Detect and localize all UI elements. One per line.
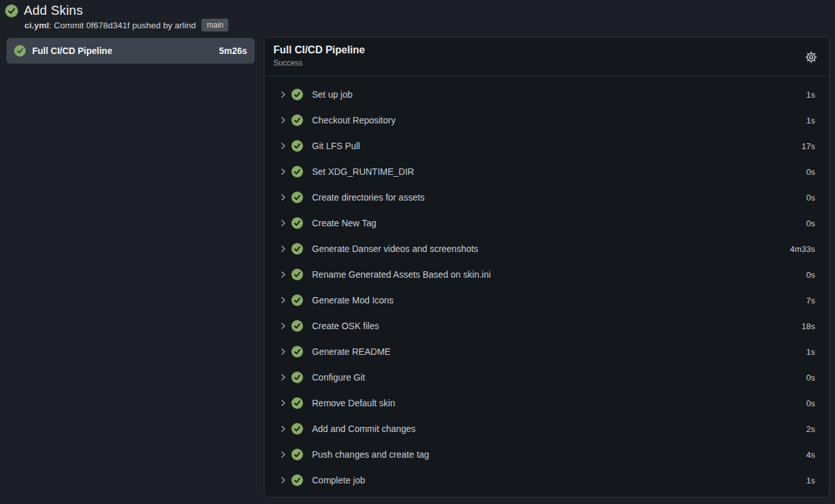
commit-line: ci.yml: Commit 0f678d341f pushed by arli… — [24, 19, 228, 32]
check-circle-icon — [291, 423, 303, 435]
run-header: Add Skins ci.yml: Commit 0f678d341f push… — [0, 0, 835, 37]
step-row[interactable]: Set up job 1s — [264, 82, 829, 107]
step-name: Complete job — [312, 475, 806, 485]
workflow-file-name[interactable]: ci.yml — [24, 21, 49, 30]
step-duration: 4s — [806, 450, 815, 460]
job-detail-header: Full CI/CD Pipeline Success — [264, 37, 829, 76]
step-duration: 1s — [806, 476, 815, 485]
chevron-right-icon[interactable] — [279, 90, 288, 99]
step-duration: 17s — [802, 141, 815, 151]
step-row[interactable]: Generate Danser videos and screenshots 4… — [264, 236, 829, 262]
step-name: Git LFS Pull — [312, 141, 802, 151]
step-row[interactable]: Create New Tag 0s — [264, 210, 829, 236]
commit-separator: : — [49, 21, 54, 30]
step-name: Remove Default skin — [312, 398, 806, 408]
step-row[interactable]: Create directories for assets 0s — [264, 184, 829, 210]
step-name: Create New Tag — [312, 218, 806, 228]
step-name: Create OSK files — [312, 321, 802, 331]
step-row[interactable]: Create OSK files 18s — [264, 313, 829, 339]
check-circle-icon — [291, 397, 303, 409]
check-circle-icon — [291, 217, 303, 229]
check-circle-icon — [291, 372, 303, 383]
step-row[interactable]: Push changes and create tag 4s — [264, 442, 829, 467]
step-duration: 0s — [806, 399, 815, 408]
jobs-sidebar: Full CI/CD Pipeline 5m26s — [6, 38, 255, 64]
step-duration: 7s — [806, 296, 815, 305]
step-row[interactable]: Remove Default skin 0s — [264, 390, 829, 416]
gear-icon[interactable] — [805, 51, 818, 64]
check-circle-icon — [291, 449, 303, 460]
check-circle-icon — [291, 192, 303, 203]
step-name: Rename Generated Assets Based on skin.in… — [312, 269, 806, 280]
chevron-right-icon[interactable] — [279, 219, 288, 228]
step-duration: 1s — [806, 116, 815, 125]
step-duration: 0s — [806, 270, 815, 280]
step-duration: 2s — [806, 424, 815, 434]
chevron-right-icon[interactable] — [279, 193, 288, 202]
chevron-right-icon[interactable] — [279, 450, 288, 459]
step-name: Add and Commit changes — [312, 424, 806, 434]
step-name: Create directories for assets — [312, 192, 806, 203]
step-row[interactable]: Configure Git 0s — [264, 364, 829, 390]
step-row[interactable]: Generate Mod Icons 7s — [264, 287, 829, 313]
step-row[interactable]: Checkout Repository 1s — [264, 107, 829, 133]
actor-name: arlind — [174, 21, 196, 30]
step-row[interactable]: Add and Commit changes 2s — [264, 416, 829, 442]
run-status-check-circle-icon — [5, 4, 18, 17]
job-card[interactable]: Full CI/CD Pipeline 5m26s — [6, 38, 255, 64]
job-detail-panel: Full CI/CD Pipeline Success — [264, 37, 830, 498]
step-name: Generate README — [312, 346, 806, 357]
step-duration: 0s — [806, 193, 815, 203]
check-circle-icon — [14, 45, 26, 57]
chevron-right-icon[interactable] — [279, 424, 288, 433]
check-circle-icon — [291, 346, 303, 357]
step-duration: 1s — [806, 347, 815, 357]
step-name: Checkout Repository — [312, 115, 806, 125]
step-duration: 0s — [806, 167, 815, 177]
steps-list: Set up job 1s Checkout Repository 1s — [264, 76, 829, 493]
step-row[interactable]: Complete job 1s — [264, 467, 829, 493]
check-circle-icon — [291, 89, 303, 100]
commit-sha[interactable]: 0f678d341f — [86, 21, 130, 30]
step-duration: 0s — [806, 219, 815, 228]
check-circle-icon — [291, 269, 303, 280]
step-row[interactable]: Set XDG_RUNTIME_DIR 0s — [264, 159, 829, 184]
check-circle-icon — [291, 166, 303, 177]
branch-badge[interactable]: main — [201, 19, 228, 32]
step-row[interactable]: Rename Generated Assets Based on skin.in… — [264, 262, 829, 287]
chevron-right-icon[interactable] — [279, 116, 288, 125]
pushed-by-label: pushed by — [130, 21, 175, 30]
step-name: Set up job — [312, 89, 806, 100]
check-circle-icon — [291, 140, 303, 152]
chevron-right-icon[interactable] — [279, 476, 288, 485]
commit-label: Commit — [54, 21, 86, 30]
step-name: Set XDG_RUNTIME_DIR — [312, 166, 806, 177]
check-circle-icon — [291, 114, 303, 126]
check-circle-icon — [291, 243, 303, 255]
run-title: Add Skins — [24, 3, 83, 18]
chevron-right-icon[interactable] — [279, 347, 288, 356]
chevron-right-icon[interactable] — [279, 296, 288, 305]
check-circle-icon — [291, 320, 303, 332]
job-name: Full CI/CD Pipeline — [32, 46, 212, 56]
step-duration: 1s — [806, 90, 815, 100]
chevron-right-icon[interactable] — [279, 321, 288, 330]
step-name: Push changes and create tag — [312, 449, 806, 460]
step-duration: 18s — [802, 321, 815, 331]
chevron-right-icon[interactable] — [279, 399, 288, 408]
step-duration: 0s — [806, 373, 815, 382]
check-circle-icon — [291, 474, 303, 486]
chevron-right-icon[interactable] — [279, 141, 288, 150]
step-name: Configure Git — [312, 372, 806, 382]
step-row[interactable]: Git LFS Pull 17s — [264, 133, 829, 159]
job-duration: 5m26s — [219, 46, 247, 56]
step-row[interactable]: Generate README 1s — [264, 339, 829, 364]
step-name: Generate Danser videos and screenshots — [312, 244, 790, 254]
chevron-right-icon[interactable] — [279, 167, 288, 176]
chevron-right-icon[interactable] — [279, 373, 288, 382]
check-circle-icon — [291, 294, 303, 306]
chevron-right-icon[interactable] — [279, 270, 288, 279]
step-duration: 4m33s — [790, 244, 815, 254]
chevron-right-icon[interactable] — [279, 244, 288, 253]
step-name: Generate Mod Icons — [312, 295, 806, 305]
